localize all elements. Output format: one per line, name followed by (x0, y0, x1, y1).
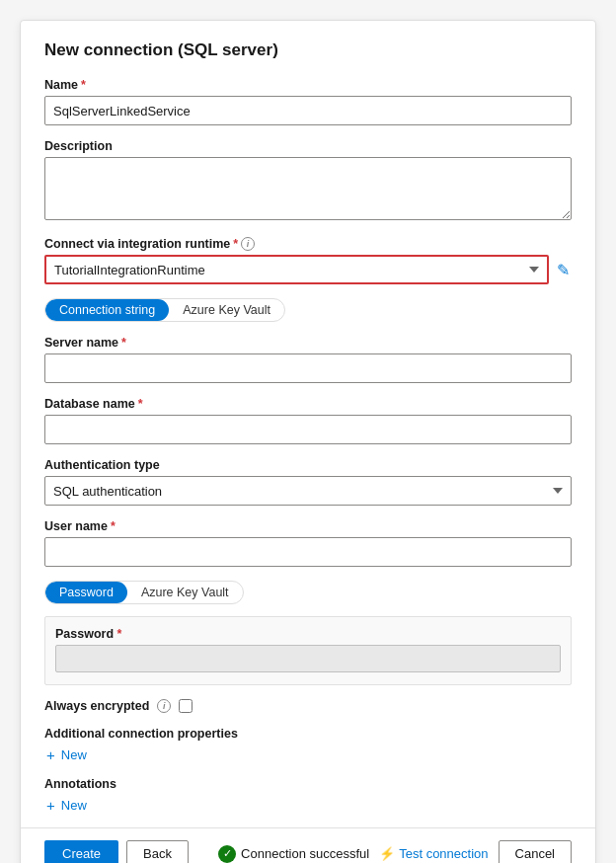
database-name-field-group: Database name * (44, 397, 572, 444)
runtime-row: TutorialIntegrationRuntime ✎ (44, 255, 572, 284)
auth-type-label: Authentication type (44, 458, 572, 472)
runtime-edit-button[interactable]: ✎ (555, 259, 572, 281)
server-name-input[interactable] (44, 353, 572, 383)
server-name-label: Server name * (44, 336, 572, 350)
tab-password[interactable]: Password (45, 582, 127, 603)
runtime-required-star: * (233, 237, 238, 251)
additional-props-new-label: New (61, 747, 87, 762)
create-button[interactable]: Create (44, 840, 118, 863)
tab-azure-key-vault[interactable]: Azure Key Vault (169, 299, 284, 321)
auth-type-field-group: Authentication type SQL authentication W… (44, 458, 572, 506)
database-required-star: * (138, 397, 143, 411)
annotations-label: Annotations (44, 777, 572, 791)
password-tab-group: Password Azure Key Vault (44, 581, 244, 604)
cancel-button[interactable]: Cancel (499, 840, 572, 863)
annotations-new-label: New (61, 798, 87, 813)
footer: Create Back ✓ Connection successful ⚡ Te… (21, 827, 595, 863)
password-input[interactable] (55, 645, 561, 672)
tab-password-azure-key-vault[interactable]: Azure Key Vault (127, 582, 243, 603)
additional-props-group: Additional connection properties + New (44, 727, 572, 763)
connection-success-message: ✓ Connection successful (218, 845, 369, 863)
description-input[interactable] (44, 157, 572, 220)
success-icon: ✓ (218, 845, 236, 863)
description-label: Description (44, 139, 572, 153)
back-button[interactable]: Back (126, 840, 189, 863)
name-input[interactable] (44, 96, 572, 125)
username-required-star: * (111, 519, 116, 533)
auth-type-select[interactable]: SQL authentication Windows authenticatio… (44, 476, 572, 506)
password-label: Password * (55, 627, 561, 641)
test-connection-icon: ⚡ (379, 846, 395, 861)
password-section: Password * (44, 616, 572, 685)
server-name-field-group: Server name * (44, 336, 572, 383)
footer-left-actions: Create Back (44, 840, 189, 863)
runtime-field-group: Connect via integration runtime * i Tuto… (44, 237, 572, 284)
tab-connection-string[interactable]: Connection string (45, 299, 169, 321)
test-connection-button[interactable]: ⚡ Test connection (379, 846, 488, 861)
username-field-group: User name * (44, 519, 572, 567)
always-encrypted-checkbox[interactable] (179, 699, 192, 713)
runtime-select[interactable]: TutorialIntegrationRuntime (44, 255, 549, 284)
additional-props-add-row[interactable]: + New (44, 746, 572, 763)
username-input[interactable] (44, 537, 572, 567)
database-name-input[interactable] (44, 415, 572, 444)
runtime-label: Connect via integration runtime * i (44, 237, 572, 251)
server-required-star: * (121, 336, 126, 350)
name-label: Name * (44, 78, 572, 92)
new-connection-panel: New connection (SQL server) Name * Descr… (20, 20, 596, 863)
runtime-info-icon[interactable]: i (241, 237, 255, 251)
panel-title: New connection (SQL server) (44, 40, 572, 60)
always-encrypted-row: Always encrypted i (44, 699, 572, 713)
description-field-group: Description (44, 139, 572, 223)
username-label: User name * (44, 519, 572, 533)
success-text: Connection successful (241, 846, 369, 861)
additional-props-plus-icon: + (46, 746, 55, 763)
annotations-plus-icon: + (46, 797, 55, 814)
database-name-label: Database name * (44, 397, 572, 411)
name-required-star: * (81, 78, 86, 92)
password-required-star: * (117, 627, 122, 641)
test-connection-label: Test connection (399, 846, 488, 861)
annotations-add-row[interactable]: + New (44, 797, 572, 814)
always-encrypted-label: Always encrypted (44, 699, 149, 713)
footer-right-actions: ✓ Connection successful ⚡ Test connectio… (218, 840, 572, 863)
additional-props-label: Additional connection properties (44, 727, 572, 741)
connection-tab-group: Connection string Azure Key Vault (44, 298, 285, 322)
annotations-group: Annotations + New (44, 777, 572, 814)
name-field-group: Name * (44, 78, 572, 125)
always-encrypted-info-icon[interactable]: i (157, 699, 171, 713)
